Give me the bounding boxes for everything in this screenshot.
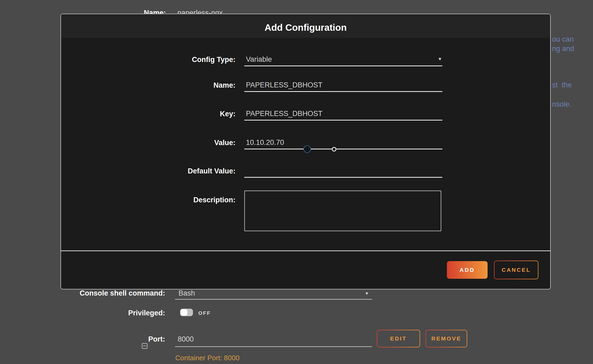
add-button[interactable]: ADD xyxy=(447,261,488,279)
config-type-label: Config Type: xyxy=(136,56,235,64)
privileged-state-text: OFF xyxy=(198,310,211,316)
dialog-header: Add Configuration xyxy=(61,14,550,38)
chevron-down-icon[interactable]: ▾ xyxy=(366,291,368,296)
dialog-title: Add Configuration xyxy=(264,22,347,33)
console-shell-command-select[interactable]: Bash xyxy=(178,289,195,297)
remove-port-button[interactable]: REMOVE xyxy=(425,330,467,347)
collapse-port-icon[interactable] xyxy=(142,343,147,349)
container-port-note: Container Port: 8000 xyxy=(175,354,240,362)
console-shell-command-label: Console shell command: xyxy=(58,289,165,297)
name-value: PAPERLESS_DBHOST xyxy=(246,81,322,89)
move-cursor-icon xyxy=(303,145,311,153)
value-input[interactable]: 10.10.20.70 xyxy=(244,137,442,149)
key-label: Key: xyxy=(136,110,235,118)
config-type-value: Variable xyxy=(246,55,272,64)
help-text-fragment: nsole. xyxy=(552,100,571,109)
help-text-fragment: ou can xyxy=(552,35,574,44)
help-text-fragment: st the xyxy=(552,81,572,89)
port-value-field[interactable]: 8000 xyxy=(178,335,194,343)
config-type-select[interactable]: Variable ▾ xyxy=(244,54,442,66)
default-value-label: Default Value: xyxy=(136,167,235,175)
value-label: Value: xyxy=(136,139,235,147)
key-value: PAPERLESS_DBHOST xyxy=(246,110,322,118)
name-input[interactable]: PAPERLESS_DBHOST xyxy=(244,80,442,92)
description-textarea[interactable] xyxy=(244,191,441,231)
edit-port-button[interactable]: EDIT xyxy=(377,330,420,347)
cancel-button[interactable]: CANCEL xyxy=(494,261,538,279)
page: { "background": { "top_row": { "label": … xyxy=(0,0,593,364)
click-point-icon xyxy=(332,147,336,152)
help-text-fragment: ng and xyxy=(552,45,574,53)
key-input[interactable]: PAPERLESS_DBHOST xyxy=(244,108,442,121)
chevron-down-icon: ▾ xyxy=(439,56,441,61)
privileged-toggle[interactable] xyxy=(180,309,193,316)
privileged-label: Privileged: xyxy=(58,309,165,317)
port-underline xyxy=(175,346,372,347)
default-value-input[interactable] xyxy=(244,165,442,178)
description-label: Description: xyxy=(136,196,235,204)
console-shell-command-underline xyxy=(175,299,372,300)
toggle-knob xyxy=(181,309,187,316)
port-label: Port: xyxy=(112,335,165,343)
footer-divider xyxy=(60,250,551,251)
value-value: 10.10.20.70 xyxy=(246,138,284,147)
name-label: Name: xyxy=(136,81,235,90)
